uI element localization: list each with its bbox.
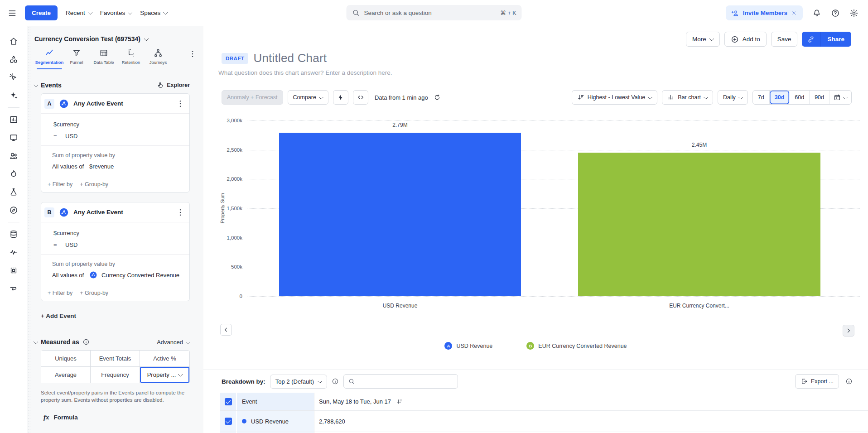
nav-dashboards-button[interactable] — [5, 129, 23, 147]
nav-audiences-button[interactable] — [5, 147, 23, 165]
range-60d[interactable]: 60d — [790, 91, 810, 104]
breakdown-info-icon[interactable] — [332, 378, 339, 385]
nav-activation-button[interactable] — [5, 165, 23, 183]
quick-insights-button[interactable] — [333, 90, 348, 105]
group-by-button[interactable]: + Group-by — [80, 181, 108, 188]
next-page-button[interactable] — [843, 325, 854, 337]
explorer-button[interactable]: Explorer — [157, 82, 190, 89]
nav-flows-button[interactable] — [5, 279, 23, 298]
compare-button[interactable]: Compare — [288, 90, 328, 105]
tab-journeys[interactable]: Journeys — [145, 48, 172, 69]
breakdown-search-input[interactable] — [359, 378, 453, 385]
nav-discover-button[interactable] — [5, 201, 23, 219]
measure-option-active-%[interactable]: Active % — [140, 351, 189, 367]
add-event-button[interactable]: + Add Event — [41, 313, 203, 319]
date-picker-button[interactable] — [829, 91, 851, 104]
bell-icon[interactable] — [812, 9, 821, 18]
filter-by-button[interactable]: + Filter by — [48, 290, 72, 296]
search-icon — [352, 9, 360, 17]
add-to-button[interactable]: Add to — [724, 32, 767, 47]
measure-caption: Sum of property value by — [52, 259, 184, 269]
copy-link-button[interactable] — [802, 32, 820, 47]
project-switcher[interactable]: Currency Conversion Test (697534) — [34, 35, 196, 43]
legend-item[interactable]: BEUR Currency Converted Revenue — [526, 342, 627, 350]
row-checkbox[interactable] — [225, 418, 232, 425]
column-header-daterange[interactable]: Sun, May 18 to Tue, Jun 17 — [314, 393, 868, 410]
nav-home-button[interactable] — [5, 32, 23, 50]
measure-value[interactable]: All values ofCurrency Converted Revenue — [52, 269, 184, 280]
formula-button[interactable]: fx Formula — [43, 414, 203, 421]
export-button[interactable]: Export ... — [795, 374, 839, 389]
invite-members-button[interactable]: Invite Members — [726, 5, 803, 20]
info-icon[interactable] — [82, 338, 90, 346]
legend-item[interactable]: AUSD Revenue — [444, 342, 492, 350]
help-icon[interactable] — [831, 9, 840, 18]
range-30d[interactable]: 30d — [770, 91, 790, 104]
chart-title[interactable]: Untitled Chart — [253, 51, 327, 65]
nav-objects-button[interactable] — [5, 50, 23, 68]
create-button[interactable]: Create — [25, 5, 58, 20]
measured-caption: Select event/property pairs in the Event… — [41, 389, 190, 404]
favorites-menu[interactable]: Favorites — [100, 10, 132, 16]
measure-option-uniques[interactable]: Uniques — [41, 351, 91, 367]
recent-menu[interactable]: Recent — [66, 10, 92, 16]
collapse-chevron-icon[interactable] — [33, 82, 38, 87]
range-90d[interactable]: 90d — [810, 91, 829, 104]
measure-value[interactable]: All values of$revenue — [52, 161, 184, 172]
select-all-checkbox[interactable] — [225, 398, 232, 405]
event-options-button[interactable] — [176, 99, 185, 108]
nav-session-replay-button[interactable] — [5, 261, 23, 279]
gear-icon[interactable] — [849, 9, 858, 18]
nav-actions-button[interactable] — [5, 68, 23, 87]
more-button[interactable]: More — [686, 32, 720, 47]
save-button[interactable]: Save — [771, 32, 798, 47]
measure-option-property-[interactable]: Property ... — [140, 367, 189, 383]
tab-data-table[interactable]: Data Table — [90, 48, 117, 69]
global-search-input[interactable]: Search or ask a question ⌘ + K — [347, 5, 522, 20]
nav-charts-button[interactable] — [5, 111, 23, 129]
nav-ai-button[interactable] — [5, 87, 23, 105]
event-name-cell[interactable]: USD Revenue — [237, 411, 314, 432]
panel-resize-handle[interactable] — [28, 26, 31, 433]
tabs-overflow-button[interactable] — [188, 49, 197, 58]
filter-by-button[interactable]: + Filter by — [48, 181, 72, 188]
sort-select[interactable]: Highest - Lowest Value — [572, 90, 658, 105]
tab-funnel[interactable]: Funnel — [63, 48, 90, 69]
bar-1[interactable] — [279, 133, 521, 296]
dismiss-invite-icon[interactable] — [791, 10, 797, 16]
nav-signals-button[interactable] — [5, 243, 23, 261]
breakdown-search[interactable] — [343, 374, 458, 389]
column-header-event[interactable]: Event — [237, 393, 314, 410]
nav-data-button[interactable] — [5, 225, 23, 243]
advanced-toggle[interactable]: Advanced — [157, 339, 190, 346]
chart-type-select[interactable]: Bar chart — [662, 90, 713, 105]
filter-property[interactable]: $currency — [53, 227, 184, 239]
chart-description-input[interactable]: What question does this chart answer? En… — [218, 69, 392, 76]
collapse-chevron-icon[interactable] — [33, 339, 38, 344]
filter-property[interactable]: $currency — [53, 118, 184, 130]
chart-canvas: More Add to Save Share DRAFT Untitled Ch… — [203, 26, 868, 433]
event-options-button[interactable] — [176, 208, 185, 217]
tab-segmentation[interactable]: Segmentation — [36, 48, 63, 69]
filter-condition[interactable]: =USD — [53, 239, 184, 250]
spaces-menu[interactable]: Spaces — [140, 10, 167, 16]
range-7d[interactable]: 7d — [753, 91, 770, 104]
event-card-header[interactable]: AAny Active Event — [41, 94, 189, 114]
table-info-icon[interactable] — [845, 378, 853, 385]
tab-retention[interactable]: Retention — [117, 48, 145, 69]
group-by-button[interactable]: + Group-by — [80, 290, 108, 296]
event-card-header[interactable]: BAny Active Event — [41, 202, 189, 222]
breakdown-top-select[interactable]: Top 2 (Default) — [270, 375, 327, 389]
refresh-icon[interactable] — [434, 94, 441, 101]
granularity-select[interactable]: Daily — [718, 90, 748, 105]
prev-page-button[interactable] — [220, 324, 232, 336]
nav-experiments-button[interactable] — [5, 183, 23, 201]
share-button[interactable]: Share — [820, 32, 851, 47]
measure-option-event-totals[interactable]: Event Totals — [91, 351, 140, 367]
hamburger-menu-icon[interactable] — [8, 9, 17, 18]
bar-2[interactable] — [578, 153, 820, 296]
embed-code-button[interactable] — [353, 90, 368, 105]
measure-option-frequency[interactable]: Frequency — [91, 367, 140, 383]
measure-option-average[interactable]: Average — [41, 367, 91, 383]
filter-condition[interactable]: =USD — [53, 130, 184, 142]
